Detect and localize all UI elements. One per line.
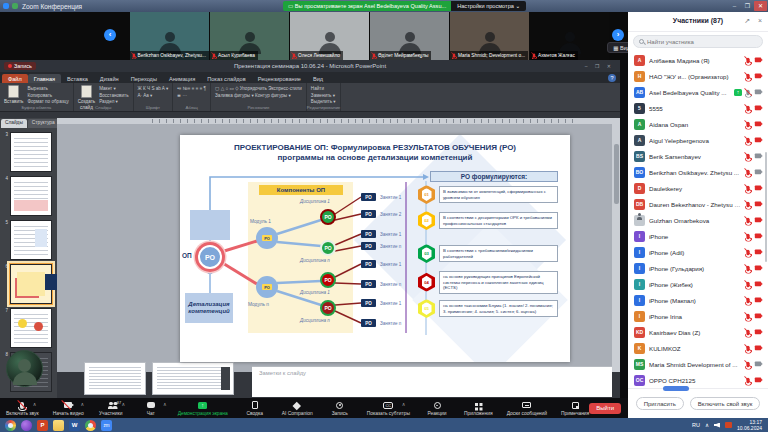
- chevron-up-icon[interactable]: ∧: [80, 401, 84, 407]
- slide-thumbnail-image[interactable]: [10, 308, 52, 348]
- participant-row[interactable]: А Алібаева Мадина (Я) ↑: [628, 52, 768, 68]
- notification-icon[interactable]: [725, 422, 732, 428]
- participant-row[interactable]: AB Asel Bedelbayeva Quality ... ↑: [628, 84, 768, 100]
- close-panel-icon[interactable]: ×: [758, 17, 762, 24]
- toolbar-button[interactable]: ∧ Доски сообщений: [507, 401, 547, 416]
- participant-row[interactable]: BS Berik Sarsenbayev ↑: [628, 148, 768, 164]
- ribbon-tab[interactable]: Главная: [28, 74, 61, 83]
- ribbon-group[interactable]: Найти Заменить ▾ Выделить ▾ Редактирован…: [307, 83, 341, 111]
- toolbar-button[interactable]: ∧ Примечания: [561, 401, 589, 416]
- toolbar-button[interactable]: ∧ Реакции: [424, 401, 450, 416]
- leave-button[interactable]: Выйти: [589, 403, 621, 414]
- participant-row[interactable]: A Aigul Yelepbergenova ↑: [628, 132, 768, 148]
- video-tile[interactable]: Асыл Курибаева: [210, 12, 289, 60]
- close-button[interactable]: ✕: [754, 1, 767, 11]
- chevron-up-icon[interactable]: ∧: [402, 401, 406, 407]
- slide-thumbnail-image[interactable]: [10, 132, 52, 172]
- participant-row[interactable]: BO Berikzhan Osikbayev. Zhetysu ... ↑: [628, 164, 768, 180]
- ribbon-group[interactable]: Создать слайд Макет ▾ Восстановить Разде…: [74, 83, 134, 111]
- participant-row[interactable]: K KULIMKOZ ↑: [628, 340, 768, 356]
- prev-videos-arrow[interactable]: ‹: [104, 29, 116, 41]
- participant-row[interactable]: Gulzhan Omarbekova ↑: [628, 212, 768, 228]
- invite-button[interactable]: Пригласить: [636, 397, 684, 410]
- video-tile[interactable]: Әділет Мейрамбекұлы: [370, 12, 449, 60]
- toolbar-button[interactable]: ∧ Чат: [138, 401, 164, 416]
- participant-row[interactable]: I iPhone (Макпал) ↑: [628, 292, 768, 308]
- ribbon-commands[interactable]: Ж К Ч S ab A ▾ A· Aa ▾: [138, 84, 169, 104]
- participant-row[interactable]: I iPhone ↑: [628, 228, 768, 244]
- next-videos-arrow[interactable]: ›: [612, 29, 624, 41]
- view-options-button[interactable]: Настройки просмотра ⌄: [451, 1, 526, 11]
- zoom-taskbar-icon[interactable]: zm: [101, 420, 112, 431]
- toolbar-button[interactable]: ∧ Демонстрация экрана: [178, 401, 228, 416]
- toolbar-button[interactable]: 87 ∧ Участники: [98, 401, 124, 416]
- pane-tab[interactable]: Структура: [28, 119, 57, 128]
- participant-row[interactable]: I iPhone (Гульдария) ↑: [628, 260, 768, 276]
- chevron-up-icon[interactable]: ∧: [122, 401, 126, 407]
- ribbon-group[interactable]: Ж К Ч S ab A ▾ A· Aa ▾ Шрифт: [134, 83, 174, 111]
- language-indicator[interactable]: RU: [692, 422, 700, 428]
- clock[interactable]: 13:1710.06.2024: [737, 419, 762, 432]
- ribbon-tab[interactable]: Переходы: [125, 74, 163, 83]
- participant-row[interactable]: I iPhone Irina ↑: [628, 308, 768, 324]
- slide-scrollbar[interactable]: [612, 124, 620, 372]
- toolbar-button[interactable]: ∧ Приложения: [464, 401, 493, 416]
- help-icon[interactable]: ?: [608, 74, 616, 82]
- video-tile[interactable]: Ахметов Жалғас: [530, 12, 609, 60]
- ribbon-tab[interactable]: Дизайн: [94, 74, 125, 83]
- chevron-up-icon[interactable]: ∧: [33, 401, 37, 407]
- ribbon-commands[interactable]: •≡ №≡ ≡ ≡ ≡ ¶ ≣ ⋯: [177, 84, 206, 104]
- powerpoint-icon[interactable]: P: [37, 420, 48, 431]
- unmute-button[interactable]: Включить свой звук: [690, 397, 761, 410]
- slide-thumbnail[interactable]: 5: [0, 220, 57, 260]
- ribbon-tab[interactable]: Рецензирование: [252, 74, 307, 83]
- ribbon-commands[interactable]: Найти Заменить ▾ Выделить ▾: [311, 84, 336, 104]
- ribbon-tab[interactable]: Анимация: [163, 74, 201, 83]
- participant-row[interactable]: 5 5555 ↑: [628, 100, 768, 116]
- notes-pane[interactable]: Заметки к слайду: [252, 366, 612, 397]
- chrome-icon[interactable]: [85, 420, 96, 431]
- toolbar-button[interactable]: ∧ Начать видео: [53, 401, 84, 416]
- ribbon-tab[interactable]: Показ слайдов: [201, 74, 252, 83]
- participant-search[interactable]: [633, 35, 763, 48]
- presenter-webcam-bubble[interactable]: [6, 350, 43, 387]
- participant-row[interactable]: A Aidana Ospan ↑: [628, 116, 768, 132]
- participant-row[interactable]: I iPhone (Adil) ↑: [628, 244, 768, 260]
- minimize-button[interactable]: –: [728, 1, 741, 11]
- participant-row[interactable]: DB Dauren Bekezhanov - Zhetysu u... ↑: [628, 196, 768, 212]
- participant-row[interactable]: KD Kasirbaev Dias (Z) ↑: [628, 324, 768, 340]
- browser-icon[interactable]: [5, 420, 16, 431]
- slide-thumbnail[interactable]: 6: [0, 264, 57, 304]
- toolbar-button[interactable]: ∧ AI Companion: [282, 401, 313, 416]
- ribbon-big-button[interactable]: Вставить: [4, 84, 23, 104]
- volume-icon[interactable]: [714, 423, 720, 428]
- pane-tab[interactable]: Слайды: [1, 119, 27, 128]
- word-icon[interactable]: W: [69, 420, 80, 431]
- ribbon-tab[interactable]: Файл: [2, 74, 28, 83]
- participant-row[interactable]: D Dauletkerey ↑: [628, 180, 768, 196]
- ribbon-big-button[interactable]: Создать слайд: [78, 84, 95, 104]
- video-tile[interactable]: Berikzhan Osikbayev, Zhetysu...: [130, 12, 209, 60]
- ribbon-group[interactable]: Вставить Вырезать Копировать Формат по о…: [0, 83, 74, 111]
- slide-thumbnail-image[interactable]: [10, 176, 52, 216]
- slide-thumbnail[interactable]: 7: [0, 308, 57, 348]
- ribbon-commands[interactable]: Макет ▾ Восстановить Раздел ▾: [99, 84, 128, 104]
- maximize-button[interactable]: ❒: [741, 1, 754, 11]
- ppt-window-controls[interactable]: – ❒ ✕: [585, 63, 614, 69]
- search-input[interactable]: [647, 39, 747, 45]
- tray-expand-icon[interactable]: ∧: [705, 422, 709, 428]
- slide-thumbnail-image[interactable]: [10, 264, 52, 304]
- ribbon-tab[interactable]: Вид: [307, 74, 329, 83]
- toolbar-button[interactable]: ∧ Запись: [327, 401, 353, 416]
- participant-row[interactable]: OC OPPO CPH2125 ↑: [628, 372, 768, 388]
- popout-icon[interactable]: ↗: [744, 17, 750, 25]
- toolbar-button[interactable]: ∧ Сводка: [242, 401, 268, 416]
- participant-row[interactable]: MS Maria Shmidt Development of ... ↑: [628, 356, 768, 372]
- video-tile[interactable]: Maria Shmidt; Development o...: [450, 12, 529, 60]
- chevron-up-icon[interactable]: ∧: [163, 401, 167, 407]
- slide-thumbnail[interactable]: 4: [0, 176, 57, 216]
- toolbar-button[interactable]: ∧ Показать субтитры: [367, 401, 410, 416]
- slide-thumbnail[interactable]: 3: [0, 132, 57, 172]
- purple-app-icon[interactable]: [21, 420, 32, 431]
- video-tile[interactable]: Олеся Лемешайло: [290, 12, 369, 60]
